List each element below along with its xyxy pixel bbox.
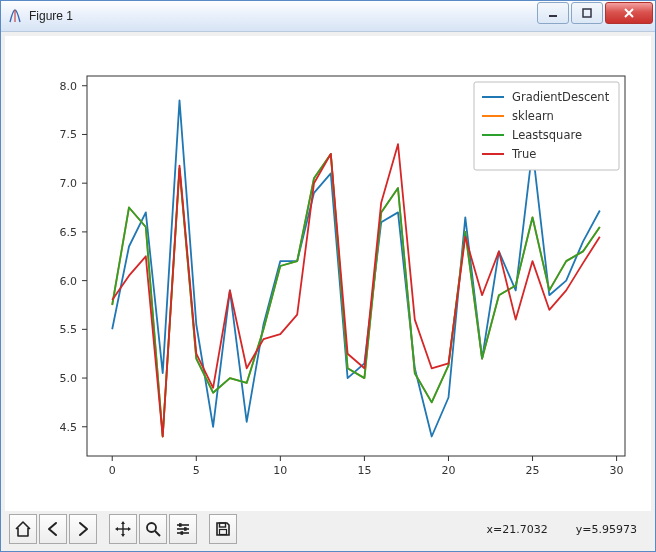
svg-text:10: 10 xyxy=(273,464,287,477)
home-button[interactable] xyxy=(9,514,37,544)
svg-text:30: 30 xyxy=(610,464,624,477)
svg-text:5: 5 xyxy=(193,464,200,477)
home-icon xyxy=(14,520,32,538)
svg-text:GradientDescent: GradientDescent xyxy=(512,90,610,104)
svg-text:8.0: 8.0 xyxy=(60,80,78,93)
sliders-icon xyxy=(174,520,192,538)
svg-point-46 xyxy=(147,523,156,532)
back-button[interactable] xyxy=(39,514,67,544)
coordinate-readout: x=21.7032 y=5.95973 xyxy=(487,523,637,536)
svg-rect-51 xyxy=(179,523,182,527)
maximize-button[interactable] xyxy=(571,2,603,24)
zoom-button[interactable] xyxy=(139,514,167,544)
plot-canvas[interactable]: 051015202530 4.55.05.56.06.57.07.58.0 Gr… xyxy=(5,36,651,511)
window-buttons xyxy=(537,1,655,31)
tk-app-icon xyxy=(7,8,23,24)
svg-text:0: 0 xyxy=(109,464,116,477)
svg-text:Leastsquare: Leastsquare xyxy=(512,128,582,142)
minimize-button[interactable] xyxy=(537,2,569,24)
svg-text:25: 25 xyxy=(526,464,540,477)
svg-rect-55 xyxy=(220,530,227,535)
svg-rect-1 xyxy=(583,9,591,17)
svg-rect-52 xyxy=(184,527,187,531)
save-icon xyxy=(214,520,232,538)
svg-text:7.5: 7.5 xyxy=(60,128,78,141)
svg-text:20: 20 xyxy=(441,464,455,477)
window-title: Figure 1 xyxy=(29,9,537,23)
close-button[interactable] xyxy=(605,2,653,24)
svg-text:5.0: 5.0 xyxy=(60,372,78,385)
toolbar-separator xyxy=(199,514,207,544)
figure-window: Figure 1 051015202530 4.55.05.56.0 xyxy=(0,0,656,552)
svg-line-47 xyxy=(155,531,160,536)
svg-text:5.5: 5.5 xyxy=(60,323,78,336)
svg-text:4.5: 4.5 xyxy=(60,421,78,434)
matplotlib-toolbar: x=21.7032 y=5.95973 xyxy=(5,511,651,547)
coord-y: y=5.95973 xyxy=(576,523,637,536)
svg-text:15: 15 xyxy=(357,464,371,477)
move-icon xyxy=(114,520,132,538)
client-area: 051015202530 4.55.05.56.06.57.07.58.0 Gr… xyxy=(1,32,655,551)
svg-rect-53 xyxy=(181,531,184,535)
svg-text:7.0: 7.0 xyxy=(60,177,78,190)
magnify-icon xyxy=(144,520,162,538)
svg-rect-54 xyxy=(220,523,226,527)
coord-x: x=21.7032 xyxy=(487,523,548,536)
arrow-left-icon xyxy=(44,520,62,538)
pan-button[interactable] xyxy=(109,514,137,544)
forward-button[interactable] xyxy=(69,514,97,544)
save-button[interactable] xyxy=(209,514,237,544)
subplots-button[interactable] xyxy=(169,514,197,544)
svg-text:True: True xyxy=(511,147,536,161)
toolbar-separator xyxy=(99,514,107,544)
arrow-right-icon xyxy=(74,520,92,538)
svg-text:6.5: 6.5 xyxy=(60,226,78,239)
titlebar[interactable]: Figure 1 xyxy=(1,1,655,32)
svg-text:6.0: 6.0 xyxy=(60,275,78,288)
svg-text:sklearn: sklearn xyxy=(512,109,554,123)
